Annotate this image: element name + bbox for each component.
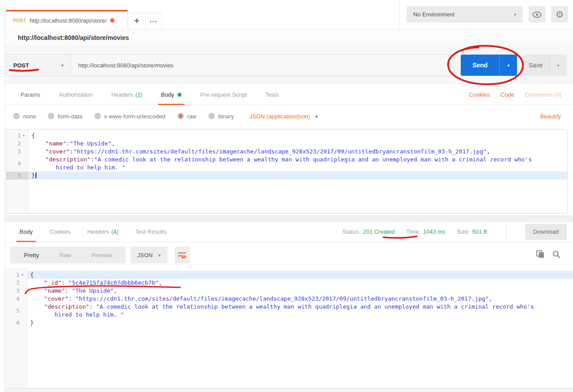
code-link[interactable]: Code [501,91,514,98]
tab-label: Cookies [50,228,71,235]
body-mode-raw[interactable]: raw [178,113,197,120]
tab-bar: POST http://localhost:8080/api/store/ + … [5,0,573,29]
code-line-3[interactable]: 3 "name": "The Upside", [5,287,573,295]
send-button[interactable]: Send [461,55,499,76]
code-line-4[interactable]: 4 "description":"A comedic look at the r… [6,156,567,172]
beautify-link[interactable]: Beautify [540,113,573,120]
code-text: "description": "A comedic look at the re… [27,303,541,319]
code-line-1[interactable]: 1▾{ [5,271,573,279]
copy-icon [536,250,545,259]
request-tab-body[interactable]: Body [152,84,191,105]
radio-selected-icon [178,113,184,119]
request-tab-authorization[interactable]: Authorization [50,84,102,105]
header-right-controls: No Environment ▾ ⚙ [399,0,573,29]
response-tab-test-results[interactable]: Test Results [127,222,175,242]
request-title-row: http://localhost:8080/api/store/movies [5,29,573,46]
line-number-text: 2 [18,140,21,148]
chevron-down-icon: ▾ [61,63,63,68]
url-input[interactable]: http://localhost:8080/api/store/movies [71,54,454,76]
body-mode-x-www-form-urlencoded[interactable]: x-www-form-urlencoded [95,113,166,120]
fold-arrow-icon[interactable]: ▾ [20,271,25,279]
radio-unselected-icon [48,113,54,119]
send-button-group: Send ▾ [461,55,517,76]
code-line-2[interactable]: 2 "name":"The Upside", [6,140,567,148]
code-line-5[interactable]: 5} [6,172,567,180]
line-number: 5 [5,303,27,319]
view-preview[interactable]: Preview [81,252,122,259]
response-tab-body[interactable]: Body [11,222,41,242]
chevron-down-icon: ▾ [514,12,516,17]
section-divider[interactable] [5,216,573,222]
meta-label: Time: [406,228,420,235]
code-text: "cover":"https://cdn1.thr.com/sites/defa… [28,148,543,156]
code-text: } [27,319,541,327]
search-response-button[interactable] [552,250,561,260]
meta-label: Size: [457,228,470,235]
eye-icon [532,11,542,18]
meta-value: 501 B [472,228,487,235]
request-code: 1▾{2 "name":"The Upside",3 "cover":"http… [6,132,567,180]
more-tabs-button[interactable]: ••• [145,13,162,29]
collapsed-sidebar[interactable] [0,0,5,392]
environment-select[interactable]: No Environment ▾ [407,6,523,23]
send-options-button[interactable]: ▾ [499,55,517,76]
settings-button[interactable]: ⚙ [551,6,568,23]
code-line-3[interactable]: 3 "cover":"https://cdn1.thr.com/sites/de… [6,148,567,156]
download-button[interactable]: Download [525,224,567,240]
new-tab-button[interactable]: + [128,13,146,29]
request-editor-section: 1▾{2 "name":"The Upside",3 "cover":"http… [5,127,573,216]
tab-label: Test Results [135,228,167,235]
code-line-6[interactable]: 6} [5,319,573,327]
request-body-editor[interactable]: 1▾{2 "name":"The Upside",3 "cover":"http… [6,129,568,214]
line-number-text: 2 [16,279,20,287]
body-mode-binary[interactable]: binary [209,113,234,120]
method-select[interactable]: POST ▾ [6,54,71,76]
code-text: "name":"The Upside", [28,140,543,148]
save-button[interactable]: Save [522,55,549,76]
response-format-select[interactable]: JSON ▾ [130,247,167,263]
code-line-1[interactable]: 1▾{ [6,132,567,140]
request-tab-pre-request-script[interactable]: Pre-request Script [191,84,256,105]
cookies-link[interactable]: Cookies [469,91,490,98]
environment-quick-look-button[interactable] [529,6,545,23]
tab-label: Body [20,228,33,235]
fold-arrow-icon[interactable]: ▾ [21,132,27,140]
save-options-button[interactable]: ▾ [549,55,567,76]
response-meta: Status:201 CreatedTime:1043 msSize:501 B… [342,224,573,240]
code-line-5[interactable]: 5 "description": "A comedic look at the … [5,303,573,319]
meta-value: 201 Created [363,228,395,235]
response-tab-cookies[interactable]: Cookies [41,222,79,242]
request-tab-params[interactable]: Params [11,84,50,105]
comments-0-link[interactable]: Comments (0) [525,91,561,98]
tab-count-badge: (2) [135,91,142,98]
line-number: 4 [6,156,28,172]
body-mode-form-data[interactable]: form-data [48,113,83,120]
mode-label: form-data [58,113,83,120]
content-type-select[interactable]: JSON (application/json) ▾ [249,113,318,120]
response-meta-items: Status:201 CreatedTime:1043 msSize:501 B [342,228,487,235]
body-mode-none[interactable]: none [13,113,36,120]
url-value: http://localhost:8080/api/store/movies [78,62,174,69]
tab-title: http://localhost:8080/api/store/ [30,17,107,24]
tab-label: Headers [111,91,133,98]
code-line-2[interactable]: 2 "_id": "5c4e715fa74c07dbbb6ecb7b", [5,279,573,287]
code-line-4[interactable]: 4 "cover": "https://cdn1.thr.com/sites/d… [5,295,573,303]
tab-label: Pre-request Script [200,91,247,98]
word-wrap-icon [178,252,186,259]
tab-label: Tests [265,91,279,98]
chevron-down-icon: ▾ [507,63,510,68]
request-tab-tests[interactable]: Tests [256,84,288,105]
line-number-text: 5 [16,307,20,315]
request-tab[interactable]: POST http://localhost:8080/api/store/ [6,10,128,29]
response-body-viewer[interactable]: 1▾{2 "_id": "5c4e715fa74c07dbbb6ecb7b",3… [5,268,573,388]
line-number: 1▾ [5,271,27,279]
wrap-lines-button[interactable] [175,247,190,263]
view-pretty[interactable]: Pretty [14,252,49,259]
copy-response-button[interactable] [536,250,545,260]
view-raw[interactable]: Raw [49,252,81,259]
response-tab-headers[interactable]: Headers(4) [79,222,127,242]
line-number: 6 [5,319,27,327]
request-tab-headers[interactable]: Headers(2) [102,84,152,105]
page-title: http://localhost:8080/api/store/movies [18,34,129,41]
content-type-value: JSON (application/json) [249,113,310,120]
